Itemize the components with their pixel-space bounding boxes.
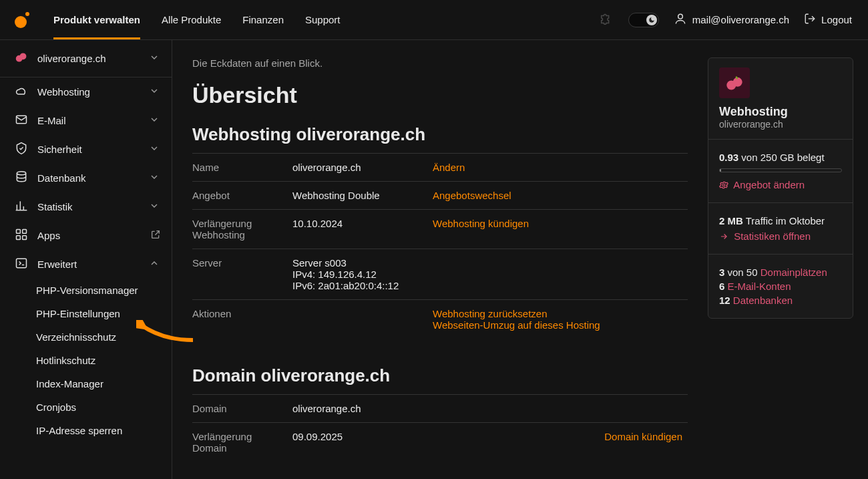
- shield-icon: [15, 142, 28, 157]
- svg-rect-10: [23, 236, 27, 240]
- chevron-up-icon: [149, 258, 161, 271]
- row-value: oliverorange.ch: [292, 154, 433, 182]
- svg-point-14: [722, 184, 725, 186]
- sidebar-item-label: Statistik: [37, 201, 140, 212]
- card-storage: 0.93 von 250 GB belegt Angebot ändern: [708, 140, 853, 203]
- logout-button[interactable]: Logout: [804, 13, 852, 27]
- apps-icon: [15, 228, 28, 243]
- sidebar-item-apps[interactable]: Apps: [0, 221, 172, 250]
- card-counts: 3 von 50 Domainplätzen 6 E-Mail-Konten 1…: [708, 255, 853, 318]
- top-nav: Produkt verwalten Alle Produkte Finanzen…: [53, 0, 341, 39]
- svg-rect-9: [17, 236, 21, 240]
- external-link-icon: [150, 229, 161, 242]
- svg-point-1: [25, 12, 29, 16]
- table-row: Verlängerung Webhosting 10.10.2024 Webho…: [192, 210, 688, 249]
- count-db: 12: [719, 295, 730, 306]
- table-row: Angebot Webhosting Double Angebotswechse…: [192, 182, 688, 210]
- main: Die Eckdaten auf einen Blick. Übersicht …: [172, 40, 868, 479]
- intro-text: Die Eckdaten auf einen Blick.: [192, 57, 688, 69]
- domain-table: Domain oliverorange.ch Verlängerung Doma…: [192, 394, 688, 462]
- logout-label: Logout: [821, 14, 852, 25]
- action-umzug[interactable]: Webseiten-Umzug auf dieses Hosting: [433, 319, 682, 331]
- sidebar-item-datenbank[interactable]: Datenbank: [0, 164, 172, 192]
- database-icon: [15, 170, 28, 186]
- topbar: Produkt verwalten Alle Produkte Finanzen…: [0, 0, 868, 40]
- nav-support[interactable]: Support: [305, 0, 341, 39]
- link-datenbanken[interactable]: Datenbanken: [733, 295, 793, 306]
- action-domain-kuendigen[interactable]: Domain kündigen: [604, 431, 682, 442]
- sidebar-sub-php-einstellungen[interactable]: PHP-Einstellungen: [0, 302, 172, 325]
- traffic-suffix: Traffic im Oktober: [743, 215, 825, 226]
- row-value: Webhosting Double: [292, 182, 433, 210]
- chevron-down-icon: [149, 172, 161, 184]
- section-webhosting-heading: Webhosting oliverorange.ch: [192, 124, 688, 145]
- domain-icon: [15, 51, 28, 66]
- action-reset[interactable]: Webhosting zurücksetzen: [433, 308, 547, 319]
- row-key: Angebot: [192, 182, 292, 210]
- page-title: Übersicht: [192, 82, 688, 108]
- traffic-value: 2 MB: [719, 215, 743, 226]
- svg-point-4: [20, 53, 25, 59]
- theme-toggle[interactable]: [628, 13, 659, 27]
- link-domainplaetze[interactable]: Domainplätzen: [761, 267, 827, 278]
- sidebar-sub-hotlinkschutz[interactable]: Hotlinkschutz: [0, 349, 172, 372]
- right-column: Webhosting oliverorange.ch 0.93 von 250 …: [708, 40, 868, 479]
- sidebar-sub-cronjobs[interactable]: Cronjobs: [0, 395, 172, 419]
- nav-finanzen[interactable]: Finanzen: [242, 0, 284, 39]
- sidebar-item-label: Apps: [37, 230, 141, 241]
- sidebar-item-label: Erweitert: [37, 259, 140, 270]
- chevron-down-icon: [149, 114, 161, 127]
- card-subtitle: oliverorange.ch: [719, 119, 842, 130]
- sidebar-item-email[interactable]: E-Mail: [0, 106, 172, 135]
- chevron-down-icon: [149, 52, 161, 65]
- sidebar-domain-selector[interactable]: oliverorange.ch: [0, 40, 172, 77]
- layout: oliverorange.ch Webhosting E-Mail Sicher…: [0, 40, 868, 479]
- row-key: Aktionen: [192, 300, 292, 339]
- link-email-konten[interactable]: E-Mail-Konten: [728, 281, 791, 292]
- change-plan-link[interactable]: Angebot ändern: [719, 179, 805, 190]
- puzzle-icon[interactable]: [599, 11, 614, 28]
- row-key: Domain: [192, 395, 292, 423]
- table-row: Name oliverorange.ch Ändern: [192, 154, 688, 182]
- cloud-icon: [15, 84, 28, 100]
- storage-used: 0.93: [719, 152, 738, 163]
- svg-point-6: [17, 172, 25, 175]
- row-key: Name: [192, 154, 292, 182]
- stats-link[interactable]: Statistiken öffnen: [719, 230, 811, 242]
- mail-icon: [15, 113, 28, 128]
- section-domain-heading: Domain oliverorange.ch: [192, 365, 688, 386]
- product-icon: [719, 67, 750, 98]
- action-kuendigen[interactable]: Webhosting kündigen: [433, 218, 529, 229]
- row-value: Server s003 IPv4: 149.126.4.12 IPv6: 2a0…: [292, 249, 433, 300]
- action-aendern[interactable]: Ändern: [433, 162, 465, 173]
- sidebar-item-statistik[interactable]: Statistik: [0, 192, 172, 221]
- sidebar-sub-php-versionsmanager[interactable]: PHP-Versionsmanager: [0, 279, 172, 302]
- storage-total: von 250 GB belegt: [738, 152, 824, 163]
- user-menu[interactable]: mail@oliverorange.ch: [674, 12, 789, 27]
- sidebar-sub-ip-sperren[interactable]: IP-Adresse sperren: [0, 419, 172, 442]
- table-row: Domain oliverorange.ch: [192, 395, 688, 423]
- brand-logo[interactable]: [12, 10, 32, 30]
- sidebar-item-erweitert[interactable]: Erweitert: [0, 250, 172, 279]
- table-row: Verlängerung Domain 09.09.2025 Domain kü…: [192, 423, 688, 462]
- row-value: 09.09.2025: [292, 423, 433, 462]
- row-key: Verlängerung Webhosting: [192, 210, 292, 249]
- row-key: Verlängerung Domain: [192, 423, 292, 462]
- sidebar-item-label: Webhosting: [37, 86, 140, 98]
- sidebar-sub-index-manager[interactable]: Index-Manager: [0, 372, 172, 395]
- storage-bar: [719, 168, 842, 172]
- user-icon: [674, 12, 687, 27]
- sidebar-sub-verzeichnisschutz[interactable]: Verzeichnisschutz: [0, 325, 172, 349]
- sidebar-item-sicherheit[interactable]: Sicherheit: [0, 135, 172, 164]
- row-value: 10.10.2024: [292, 210, 433, 249]
- action-angebotswechsel[interactable]: Angebotswechsel: [433, 190, 511, 201]
- sidebar-item-webhosting[interactable]: Webhosting: [0, 77, 172, 106]
- logout-icon: [804, 13, 816, 27]
- nav-alle-produkte[interactable]: Alle Produkte: [162, 0, 221, 39]
- svg-point-0: [15, 16, 27, 28]
- card-header: Webhosting oliverorange.ch: [708, 58, 853, 140]
- nav-produkt-verwalten[interactable]: Produkt verwalten: [53, 0, 140, 39]
- moon-icon: [646, 15, 657, 25]
- chevron-down-icon: [149, 143, 161, 156]
- row-key: Server: [192, 249, 292, 300]
